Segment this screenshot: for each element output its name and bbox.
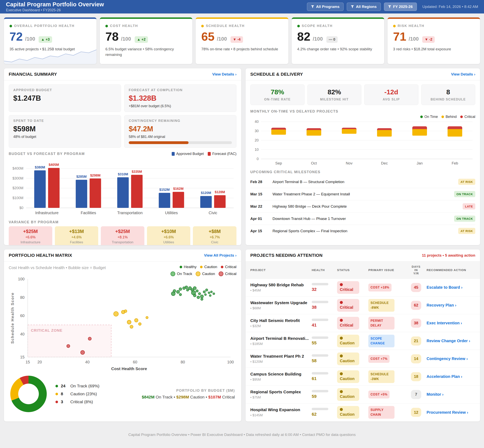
table-row-hospital-wing[interactable]: Hospital Wing Expansion• $145M 62 Cautio… [246,403,480,421]
status-badge: Caution [337,388,359,401]
project-bubble-healthy [179,288,182,290]
health-bar [312,408,328,410]
status-badge: Caution [337,335,359,347]
budget-critical-amount: $107M [208,395,221,399]
legend-dot-healthy [180,266,182,268]
svg-text:$300M: $300M [13,176,23,180]
status-dot-icon [105,25,108,27]
milestone-title: Regional Sports Complex — Final Inspecti… [273,229,458,233]
svg-text:80: 80 [20,295,24,300]
kpi-delta-badge: ▲ +3 [39,36,52,43]
stat-label: AVG SLIP [366,98,417,101]
variance-pct: +6.7% [194,235,235,239]
filter-fiscal-year-button[interactable]: FY 2025-26 [384,3,417,11]
milestone-row[interactable]: Mar 22 Highway 580 Bridge — Deck Pour Co… [250,200,475,212]
project-bubble-healthy [193,294,196,297]
stat-value: $1.247B [13,94,117,103]
donut-label: Caution (23%) [70,392,97,396]
svg-text:30: 30 [255,129,259,133]
recommended-action-link[interactable]: Procurement Review › [427,410,468,415]
table-row-highway-580[interactable]: Highway 580 Bridge Rehab• $45M 32 Critic… [246,279,480,296]
recommended-action-link[interactable]: Escalate to Board › [427,285,462,289]
svg-text:15: 15 [20,355,24,359]
milestone-row[interactable]: Apr 01 Downtown Transit Hub — Phase 1 Tu… [250,212,475,225]
svg-text:0: 0 [257,157,259,161]
variance-amount: +$25M [10,229,51,234]
legend-dot-icon [55,401,58,403]
view-all-projects-link[interactable]: View All Projects › [204,253,236,258]
table-row-regional-sports[interactable]: Regional Sports Complex• $75M 59 Caution… [246,386,480,403]
project-budget: • $32M [250,324,310,328]
kpi-label: COST HEALTH [110,24,138,28]
kpi-cost-health[interactable]: COST HEALTH 78 /100 ▲ +2 6.5% budget var… [100,17,192,64]
spent-to-date-stat: SPENT TO DATE $598M 48% of budget [9,115,121,148]
legend-dot-critical [221,266,223,268]
column-header-project: PROJECT [250,268,310,272]
column-header-primary-issue: PRIMARY ISSUE [368,268,406,272]
recommended-action-link[interactable]: Contingency Review › [427,356,468,361]
primary-issue-pill: COST +7% [368,355,390,363]
milestone-title: Downtown Transit Hub — Phase 1 Turnover [273,216,454,221]
table-row-campus-science[interactable]: Campus Science Building• $95M 61 Caution… [246,368,480,386]
filter-all-programs-button[interactable]: All Programs [307,3,343,11]
kpi-delta-badge: ▼ -2 [422,36,435,43]
svg-text:Sep: Sep [275,161,282,165]
header-titles: Capital Program Portfolio Overview Execu… [6,1,104,12]
recommended-action-link[interactable]: Acceleration Plan › [427,374,462,379]
recommended-action-link[interactable]: Recovery Plan › [427,303,456,307]
bar-infrastructure-budget [34,170,46,208]
budget-chart-legend: Approved Budget Forecast (FAC) [172,152,236,156]
page-title: Capital Program Portfolio Overview [6,1,104,8]
recommended-action-link[interactable]: Exec Intervention › [427,321,462,325]
filter-label: All Programs [316,5,339,9]
avg-slip-stat: -12dAVG SLIP [364,84,418,105]
kpi-label: OVERALL PORTFOLIO HEALTH [14,24,74,28]
variance-chip-facilities: +$13M +4.6% Facilities [55,226,98,245]
kpi-risk-health[interactable]: RISK HEALTH 71 /100 ▼ -2 3 red risks • $… [388,17,480,64]
health-bar [312,283,328,285]
project-name: Campus Science Building [250,372,310,376]
svg-text:Utilities: Utilities [165,211,178,215]
table-row-airport-terminal-b[interactable]: Airport Terminal B Renovati...• $185M 55… [246,332,480,350]
app-header: Capital Program Portfolio Overview Execu… [0,0,484,14]
kpi-scope-health[interactable]: SCOPE HEALTH 82 /100 — 0 4.2% change ord… [292,17,384,64]
view-details-link[interactable]: View Details › [451,72,475,76]
svg-text:$162M: $162M [173,187,184,191]
recommended-action-link[interactable]: Monitor › [427,392,444,396]
table-row-city-hall[interactable]: City Hall Seismic Retrofit• $32M 41 Crit… [246,314,480,332]
milestone-list: Feb 28 Airport Terminal B — Structural C… [250,176,475,237]
donut-label: On Track (69%) [70,384,99,388]
kpi-value: 78 [105,31,119,43]
milestone-row[interactable]: Apr 15 Regional Sports Complex — Final I… [250,225,475,237]
table-row-wastewater[interactable]: Wastewater System Upgrade• $68M 38 Criti… [246,296,480,314]
status-badge: Critical [337,299,359,312]
bar-infrastructure-forecast [48,168,60,208]
svg-text:Transportation: Transportation [117,211,143,215]
table-row-water-treatment[interactable]: Water Treatment Plant Ph 2• $120M 58 Cau… [246,350,480,368]
variance-amount: +$8M [194,229,235,234]
milestone-row[interactable]: Feb 28 Airport Terminal B — Structural C… [250,176,475,188]
kpi-denominator: /100 [25,36,35,42]
status-dot-icon [340,354,343,357]
filter-all-regions-button[interactable]: All Regions [347,3,381,11]
variance-program: Transportation [102,240,143,244]
project-bubble-healthy [197,296,200,299]
svg-text:40: 40 [85,360,90,364]
kpi-subtitle: 35 active projects • $1.25B total budget [9,46,89,52]
panel-title: PORTFOLIO HEALTH MATRIX [9,253,72,258]
financial-stat-grid: APPROVED BUDGET $1.247B FORECAST AT COMP… [9,84,236,148]
view-details-link[interactable]: View Details › [212,72,236,76]
health-score: 62 [312,412,335,417]
svg-text:15: 15 [25,360,30,364]
kpi-overall-portfolio-health[interactable]: OVERALL PORTFOLIO HEALTH 72 /100 ▲ +3 35… [4,17,96,64]
filter-icon [388,5,391,8]
kpi-schedule-health[interactable]: SCHEDULE HEALTH 65 /100 ▼ -4 78% on-time… [196,17,288,64]
kpi-delta-badge: — 0 [326,36,338,43]
page-subtitle: Executive Dashboard • FY2025-26 [6,8,104,12]
recommended-action-link[interactable]: Review Change Order › [427,339,470,343]
bar-behind-dec [377,130,392,136]
status-badge: Caution [337,406,359,419]
milestone-row[interactable]: Mar 15 Water Treatment Phase 2 — Equipme… [250,188,475,200]
project-bubble-critical [88,337,91,340]
kpi-denominator: /100 [409,36,419,42]
